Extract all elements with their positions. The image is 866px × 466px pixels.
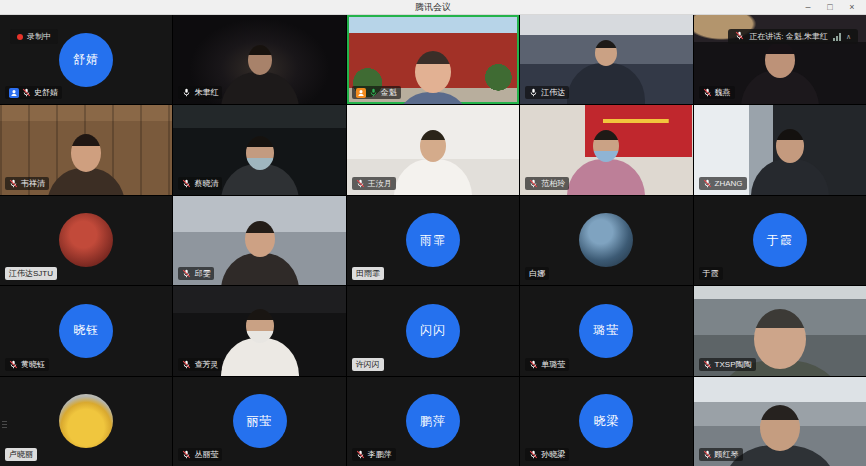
participant-name: TXSP陶陶 [715, 359, 752, 370]
participant-nameplate: ZHANG [699, 177, 747, 190]
participant-tile[interactable]: 邱雯 [173, 196, 345, 285]
initials-avatar: 鹏萍 [406, 394, 460, 448]
participant-tile[interactable]: 顾红琴 [694, 377, 866, 466]
participant-nameplate: 蔡晓清 [178, 177, 222, 190]
mic-icon [182, 88, 191, 97]
participant-nameplate: 朱聿红 [178, 86, 222, 99]
photo-avatar [579, 213, 633, 267]
avatar-text: 璐莹 [593, 322, 619, 339]
participant-tile[interactable]: 璐莹 单璐莹 [520, 286, 692, 375]
muted-mic-icon [22, 88, 31, 97]
participant-tile[interactable]: 金魁 [347, 15, 519, 104]
participant-name: 单璐莹 [541, 359, 565, 370]
network-signal-icon [833, 33, 841, 41]
muted-mic-icon [356, 450, 365, 459]
participant-tile[interactable]: 白娜 [520, 196, 692, 285]
window-controls: – □ × [798, 0, 862, 14]
participant-tile[interactable]: 鹏萍 李鹏萍 [347, 377, 519, 466]
participant-tile[interactable]: 查芳灵 [173, 286, 345, 375]
participant-name: 白娜 [529, 268, 545, 279]
participant-tile[interactable]: 江伟达SJTU [0, 196, 172, 285]
mic-icon [529, 88, 538, 97]
initials-avatar: 晓钰 [59, 304, 113, 358]
participant-tile[interactable]: 范柏玲 [520, 105, 692, 194]
participant-name: 韦祥清 [21, 178, 45, 189]
muted-mic-icon [9, 179, 18, 188]
mic-icon [369, 88, 378, 97]
avatar-text: 晓梁 [593, 413, 619, 430]
participant-tile[interactable]: 江伟达 [520, 15, 692, 104]
window-title: 腾讯会议 [415, 0, 451, 14]
minimize-button[interactable]: – [798, 0, 818, 14]
participant-tile[interactable]: 王汝月 [347, 105, 519, 194]
muted-mic-icon [735, 31, 744, 40]
muted-mic-icon [529, 179, 538, 188]
participant-nameplate: 许闪闪 [352, 358, 384, 371]
participant-name: 田雨霏 [356, 268, 380, 279]
sidebar-handle-icon[interactable] [0, 414, 9, 434]
participant-name: 丛丽莹 [194, 449, 218, 460]
participant-name: 范柏玲 [541, 178, 565, 189]
muted-mic-icon [182, 450, 191, 459]
participant-tile[interactable]: 朱聿红 [173, 15, 345, 104]
participant-tile[interactable]: 晓钰 黄晓钰 [0, 286, 172, 375]
chevron-up-icon: ∧ [846, 33, 851, 41]
cohost-badge-icon [9, 88, 19, 98]
muted-mic-icon [529, 450, 538, 459]
muted-mic-icon [703, 360, 712, 369]
participant-name: 李鹏萍 [368, 449, 392, 460]
avatar-text: 舒婧 [73, 51, 99, 68]
participant-name: 朱聿红 [194, 87, 218, 98]
photo-avatar [59, 213, 113, 267]
participant-nameplate: 魏燕 [699, 86, 735, 99]
participant-tile[interactable]: TXSP陶陶 [694, 286, 866, 375]
muted-mic-icon [182, 179, 191, 188]
avatar-text: 晓钰 [73, 322, 99, 339]
participant-nameplate: 史舒婧 [5, 86, 62, 99]
participant-name: 蔡晓清 [194, 178, 218, 189]
muted-mic-icon [182, 360, 191, 369]
close-button[interactable]: × [842, 0, 862, 14]
initials-avatar: 于霞 [753, 213, 807, 267]
muted-mic-icon [529, 360, 538, 369]
initials-avatar: 舒婧 [59, 33, 113, 87]
avatar-text: 闪闪 [420, 322, 446, 339]
participant-tile[interactable]: 卢晓丽 [0, 377, 172, 466]
maximize-button[interactable]: □ [820, 0, 840, 14]
participant-nameplate: 丛丽莹 [178, 448, 222, 461]
participant-nameplate: 孙晓梁 [525, 448, 569, 461]
participant-nameplate: TXSP陶陶 [699, 358, 756, 371]
avatar-text: 丽莹 [247, 413, 273, 430]
participant-name: 王汝月 [368, 178, 392, 189]
initials-avatar: 丽莹 [233, 394, 287, 448]
participant-name: 江伟达SJTU [9, 268, 53, 279]
avatar-text: 雨霏 [420, 232, 446, 249]
participant-name: 金魁 [381, 87, 397, 98]
participant-nameplate: 王汝月 [352, 177, 396, 190]
participant-tile[interactable]: ZHANG [694, 105, 866, 194]
muted-mic-icon [703, 88, 712, 97]
participant-tile[interactable]: 闪闪许闪闪 [347, 286, 519, 375]
video-grid: 舒婧 史舒婧 朱聿红 金魁 江伟达 魏燕 韦祥清 蔡晓清 王汝月 范柏玲 [0, 15, 866, 466]
participant-nameplate: 于霞 [699, 267, 723, 280]
speaking-banner[interactable]: 正在讲话: 金魁,朱聿红 ∧ [728, 29, 858, 44]
participant-tile[interactable]: 蔡晓清 [173, 105, 345, 194]
initials-avatar: 雨霏 [406, 213, 460, 267]
host-badge-icon [356, 88, 366, 98]
participant-tile[interactable]: 于霞于霞 [694, 196, 866, 285]
participant-tile[interactable]: 韦祥清 [0, 105, 172, 194]
participant-tile[interactable]: 丽莹 丛丽莹 [173, 377, 345, 466]
participant-name: 魏燕 [715, 87, 731, 98]
initials-avatar: 闪闪 [406, 304, 460, 358]
participant-name: 卢晓丽 [9, 449, 33, 460]
recording-label: 录制中 [27, 31, 51, 42]
participant-tile[interactable]: 晓梁 孙晓梁 [520, 377, 692, 466]
initials-avatar: 璐莹 [579, 304, 633, 358]
participant-nameplate: 白娜 [525, 267, 549, 280]
participant-tile[interactable]: 雨霏田雨霏 [347, 196, 519, 285]
participant-nameplate: 李鹏萍 [352, 448, 396, 461]
participant-nameplate: 卢晓丽 [5, 448, 37, 461]
participant-nameplate: 田雨霏 [352, 267, 384, 280]
participant-name: ZHANG [715, 179, 743, 188]
muted-mic-icon [735, 31, 744, 42]
